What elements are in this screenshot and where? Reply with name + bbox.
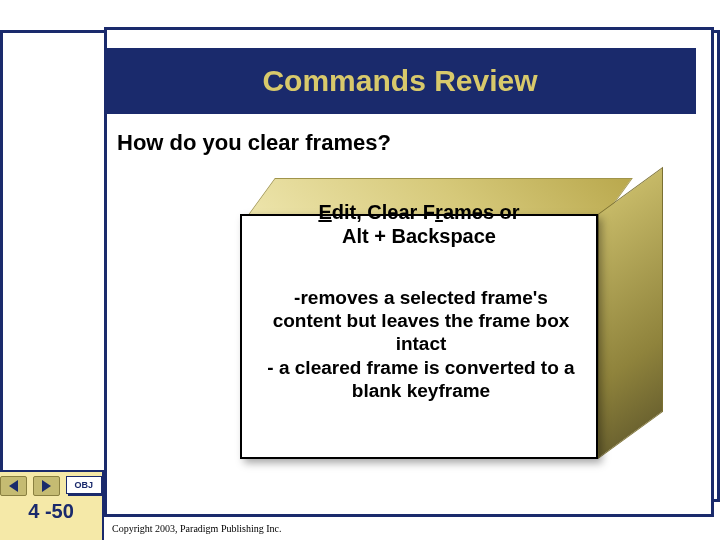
answer-primary: Edit, Clear Frames or Alt + Backspace bbox=[248, 200, 590, 249]
next-button[interactable] bbox=[33, 476, 60, 496]
obj-button-label: OBJ bbox=[75, 480, 94, 490]
answer-description: -removes a selected frame's content but … bbox=[258, 286, 584, 402]
question-text: How do you clear frames? bbox=[117, 130, 391, 156]
slide-title: Commands Review bbox=[262, 64, 537, 98]
nav-buttons-row: OBJ bbox=[0, 476, 102, 496]
nav-footer: OBJ 4 -50 bbox=[0, 470, 104, 540]
chevron-left-icon bbox=[9, 480, 18, 492]
obj-button[interactable]: OBJ bbox=[66, 476, 102, 494]
cube-face-right bbox=[598, 167, 663, 459]
copyright-text: Copyright 2003, Paradigm Publishing Inc. bbox=[112, 523, 281, 534]
prev-button[interactable] bbox=[0, 476, 27, 496]
chevron-right-icon bbox=[42, 480, 51, 492]
slide-number: 4 -50 bbox=[0, 500, 102, 523]
title-bar: Commands Review bbox=[104, 48, 696, 114]
